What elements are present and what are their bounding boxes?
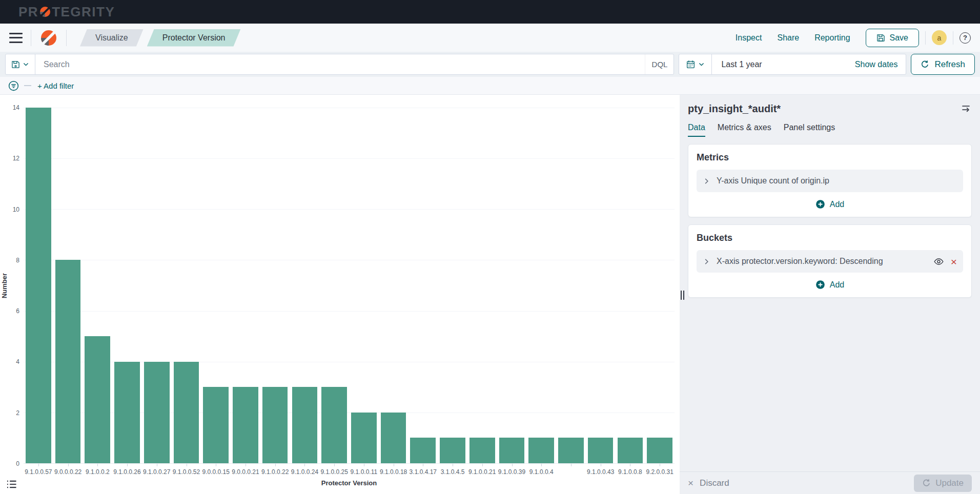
x-tick-label: 9.1.0.0.27	[143, 468, 170, 476]
bar-3.1.0.4.17[interactable]	[410, 438, 436, 463]
help-icon[interactable]: ?	[959, 32, 971, 44]
x-tick-label: 9.1.0.0.4	[529, 468, 554, 476]
avatar[interactable]: a	[932, 30, 947, 45]
remove-bucket-icon[interactable]: ×	[951, 256, 957, 267]
bar-9.1.0.0.4[interactable]	[528, 438, 554, 463]
x-tick-label: 9.0.0.0.15	[202, 468, 230, 476]
x-tick	[127, 464, 128, 466]
y-tick-label: 8	[16, 257, 19, 264]
bar-9.1.0.0.52[interactable]	[174, 362, 199, 463]
bar-9.1.0.0.22[interactable]	[262, 387, 288, 463]
add-filter-button[interactable]: + Add filter	[37, 81, 74, 90]
bar-9.1.0.0.18[interactable]	[381, 413, 406, 463]
divider	[31, 30, 31, 46]
chevron-down-icon	[698, 61, 705, 68]
breadcrumb-visualize[interactable]: Visualize	[80, 29, 144, 47]
top-banner: PR TEGRITY	[0, 0, 980, 24]
x-tick	[304, 464, 305, 466]
search-input[interactable]	[35, 60, 645, 69]
buckets-card: Buckets X-axis protector.version.keyword…	[688, 224, 972, 298]
editor-panel: pty_insight_*audit* Data Metrics & axes …	[680, 95, 980, 494]
refresh-button[interactable]: Refresh	[911, 54, 975, 75]
y-tick-label: 2	[16, 409, 19, 417]
bar-9.1.0.0.8[interactable]	[618, 438, 643, 463]
bar-9.1.0.0.24[interactable]	[292, 387, 318, 463]
collapse-panel-icon[interactable]	[960, 103, 972, 115]
x-tick-label: 9.1.0.0.2	[86, 468, 110, 476]
x-tick	[630, 464, 630, 466]
x-tick	[482, 464, 483, 466]
x-tick	[246, 464, 246, 466]
bar-9.1.0.0.25[interactable]	[321, 387, 347, 463]
reporting-link[interactable]: Reporting	[814, 33, 850, 43]
bar-9.1.0.0.43[interactable]	[588, 438, 614, 463]
bar-9.0.0.0.21[interactable]	[233, 387, 258, 463]
eye-icon[interactable]	[934, 257, 944, 266]
show-dates-button[interactable]: Show dates	[855, 60, 906, 69]
bar-9.2.0.0.31[interactable]	[647, 438, 672, 463]
discard-button[interactable]: × Discard	[688, 478, 729, 489]
legend-toggle-icon[interactable]	[6, 478, 19, 491]
plus-circle-icon	[815, 280, 825, 290]
nav-actions: Inspect Share Reporting Save a ?	[720, 29, 971, 47]
breadcrumb-label: Protector Version	[162, 33, 226, 43]
editor-footer: × Discard Update	[680, 471, 980, 494]
filter-icon[interactable]	[8, 80, 19, 91]
gridline	[24, 311, 675, 312]
buckets-heading: Buckets	[697, 233, 963, 243]
brand-o-icon	[39, 6, 51, 18]
metric-y-axis-row[interactable]: Y-axis Unique count of origin.ip	[697, 170, 963, 192]
save-label: Save	[890, 33, 908, 43]
x-tick-label: 9.1.0.0.24	[291, 468, 318, 476]
breadcrumb-protector-version[interactable]: Protector Version	[147, 29, 241, 47]
bar-9.1.0.0.11[interactable]	[351, 413, 377, 463]
calendar-menu-button[interactable]	[679, 54, 712, 74]
x-tick	[541, 464, 542, 466]
bar-unlabeled[interactable]	[558, 438, 584, 463]
bar-9.1.0.0.27[interactable]	[144, 362, 170, 463]
bucket-x-axis-row[interactable]: X-axis protector.version.keyword: Descen…	[697, 250, 963, 273]
share-link[interactable]: Share	[777, 33, 799, 43]
save-button[interactable]: Save	[866, 29, 919, 47]
inspect-link[interactable]: Inspect	[736, 33, 762, 43]
bar-9.1.0.0.21[interactable]	[469, 438, 495, 463]
x-tick	[423, 464, 423, 466]
bar-9.0.0.0.15[interactable]	[203, 387, 229, 463]
tab-panel-settings[interactable]: Panel settings	[784, 123, 835, 137]
plot-area	[24, 108, 675, 464]
x-tick	[571, 464, 571, 466]
time-range-value[interactable]: Last 1 year	[712, 60, 762, 69]
bar-9.0.0.0.22[interactable]	[55, 260, 81, 463]
chevron-right-icon	[703, 258, 710, 265]
bar-9.1.0.0.57[interactable]	[26, 108, 51, 463]
metric-label: Y-axis Unique count of origin.ip	[717, 176, 829, 186]
saved-query-menu-button[interactable]	[6, 54, 35, 74]
x-tick-label: 3.1.0.4.17	[410, 468, 437, 476]
menu-icon[interactable]	[9, 33, 23, 43]
brand-text-left: PR	[18, 4, 38, 20]
add-bucket-button[interactable]: Add	[697, 280, 963, 290]
dql-button[interactable]: DQL	[645, 54, 673, 74]
tab-data[interactable]: Data	[688, 123, 705, 137]
bucket-label: X-axis protector.version.keyword: Descen…	[717, 257, 883, 266]
gridline	[24, 108, 675, 108]
plus-circle-icon	[815, 199, 825, 209]
bar-3.1.0.4.5[interactable]	[440, 438, 465, 463]
divider	[66, 30, 67, 46]
x-tick-label: 9.1.0.0.25	[320, 468, 348, 476]
update-button[interactable]: Update	[914, 475, 972, 492]
protegrity-logo: PR TEGRITY	[18, 4, 115, 20]
x-tick-label: 9.1.0.0.43	[587, 468, 614, 476]
bar-9.1.0.0.39[interactable]	[499, 438, 525, 463]
divider	[925, 31, 926, 45]
protegrity-mark-icon[interactable]	[39, 29, 58, 47]
x-tick	[453, 464, 453, 466]
floppy-icon	[876, 33, 885, 42]
panel-resize-handle[interactable]	[681, 291, 686, 301]
x-tick	[660, 464, 660, 466]
tab-metrics-axes[interactable]: Metrics & axes	[718, 123, 771, 137]
bar-9.1.0.0.2[interactable]	[85, 336, 110, 463]
add-metric-button[interactable]: Add	[697, 199, 963, 209]
divider	[953, 31, 953, 45]
bar-9.1.0.0.26[interactable]	[114, 362, 140, 463]
